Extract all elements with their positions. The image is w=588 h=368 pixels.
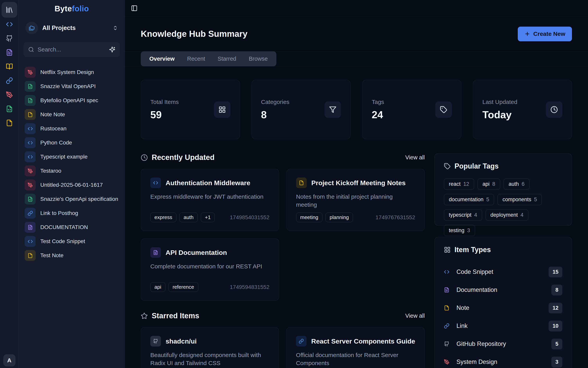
file-text-icon[interactable] xyxy=(6,49,13,56)
sidebar-item-label: Note Note xyxy=(40,111,65,118)
tag-chip[interactable]: planning xyxy=(325,212,353,222)
item-type-note[interactable]: Note 12 xyxy=(444,299,562,317)
tag-chip[interactable]: meeting xyxy=(296,212,322,222)
code-icon xyxy=(444,269,450,275)
plus-icon xyxy=(524,31,530,37)
item-type-documentation[interactable]: Documentation 8 xyxy=(444,281,562,299)
sidebar-item-label: Rustocean xyxy=(40,126,66,132)
card-title: Project Kickoff Meeting Notes xyxy=(312,179,406,187)
create-new-button[interactable]: Create New xyxy=(518,27,572,41)
sparkles-icon[interactable] xyxy=(109,46,115,53)
card-api-documentation[interactable]: API Documentation Complete documentation… xyxy=(141,239,279,301)
star-icon xyxy=(141,313,148,320)
tag-chip-more[interactable]: +1 xyxy=(201,212,215,222)
sidebar-item-testaroo[interactable]: Testaroo xyxy=(24,166,120,176)
tag-label: auth xyxy=(508,181,519,187)
stat-card-tags: Tags 24 xyxy=(362,80,461,139)
item-type-label: GitHub Repository xyxy=(457,340,506,348)
tag-chip[interactable]: express xyxy=(150,212,176,222)
item-type-code-snippet[interactable]: Code Snippet 15 xyxy=(444,263,562,281)
layout-grid-icon xyxy=(444,247,450,253)
sidebar-item-label: Test Note xyxy=(40,252,64,258)
tab-overview[interactable]: Overview xyxy=(143,51,181,66)
card-title: Authentication Middleware xyxy=(165,179,250,187)
book-open-icon[interactable] xyxy=(6,63,13,70)
card-project-kickoff-meeting-notes[interactable]: Project Kickoff Meeting Notes Notes from… xyxy=(286,169,425,231)
tab-strip: Overview Recent Starred Browse xyxy=(125,51,588,66)
file-code-icon xyxy=(25,193,36,204)
sidebar-item-label: Testaroo xyxy=(40,168,61,174)
card-shadcn-ui[interactable]: shadcn/ui Beautifully designed component… xyxy=(141,327,279,368)
item-type-count-badge: 8 xyxy=(551,285,562,295)
file-text-icon xyxy=(150,247,161,258)
code-icon[interactable] xyxy=(6,21,13,28)
popular-tag-react[interactable]: react12 xyxy=(444,178,474,190)
sidebar-item-snazzie-vital-openapi[interactable]: Snazzie Vital OpenAPI xyxy=(24,81,120,92)
sidebar-item-documentation[interactable]: DOCUMENTATION xyxy=(24,222,120,233)
github-icon xyxy=(444,341,450,347)
starred-view-all-link[interactable]: View all xyxy=(405,313,425,319)
sidebar-item-netflix-system-design[interactable]: Netflix System Design xyxy=(24,67,120,78)
recently-view-all-link[interactable]: View all xyxy=(405,154,425,161)
sidebar-item-rustocean[interactable]: Rustocean xyxy=(24,123,120,134)
popular-tag-deployment[interactable]: deployment4 xyxy=(486,210,529,221)
sidebar-item-typescript-example[interactable]: Typescript example xyxy=(24,151,120,162)
popular-tag-documentation[interactable]: documentation5 xyxy=(444,194,494,205)
link-icon[interactable] xyxy=(6,77,13,84)
sidebar-item-label: Python Code xyxy=(40,139,72,146)
sidebar-item-untitled[interactable]: Untitled-2025-06-01-1617 xyxy=(24,180,120,191)
stat-label: Last Updated xyxy=(483,99,517,105)
sidebar-item-snazzies-openapi-specification[interactable]: Snazzie’s OpenApi specification xyxy=(24,193,120,204)
tag-label: deployment xyxy=(490,212,518,218)
clock-icon xyxy=(141,154,148,161)
tag-chip[interactable]: reference xyxy=(168,282,198,292)
sidebar-item-link-to-posthog[interactable]: Link to Posthog xyxy=(24,208,120,219)
tab-recent[interactable]: Recent xyxy=(181,51,211,66)
file-code-icon[interactable] xyxy=(6,105,13,112)
item-type-system-design[interactable]: System Design 3 xyxy=(444,353,562,368)
sidebar-item-bytefolio-openapi-spec[interactable]: Bytefolio OpenAPI spec xyxy=(24,95,120,106)
search-input[interactable] xyxy=(37,46,105,53)
tab-starred[interactable]: Starred xyxy=(211,51,242,66)
filter-icon xyxy=(324,101,341,118)
tag-count: 5 xyxy=(534,196,537,202)
sidebar-item-label: Untitled-2025-06-01-1617 xyxy=(40,182,103,188)
link-icon xyxy=(296,336,306,347)
github-icon[interactable] xyxy=(6,35,13,42)
tag-label: typescript xyxy=(449,212,471,218)
folders-icon xyxy=(26,22,38,34)
item-type-link[interactable]: Link 10 xyxy=(444,317,562,335)
item-type-github-repository[interactable]: GitHub Repository 5 xyxy=(444,335,562,353)
panel-left-toggle-icon[interactable] xyxy=(131,5,138,11)
pen-tool-icon[interactable] xyxy=(6,91,13,98)
popular-tag-typescript[interactable]: typescript4 xyxy=(444,210,482,221)
tag-chip[interactable]: api xyxy=(150,282,165,292)
tab-browse[interactable]: Browse xyxy=(242,51,274,66)
library-icon[interactable] xyxy=(1,2,17,18)
tag-chip[interactable]: auth xyxy=(180,212,198,222)
item-types-panel: Item Types Code Snippet 15 Documentation… xyxy=(434,237,572,368)
file-icon[interactable] xyxy=(6,120,13,127)
stat-value: Today xyxy=(483,109,517,120)
popular-tag-testing[interactable]: testing3 xyxy=(444,225,475,236)
sidebar-item-python-code[interactable]: Python Code xyxy=(24,137,120,148)
popular-tag-api[interactable]: api8 xyxy=(478,178,500,190)
tag-label: react xyxy=(449,181,460,187)
project-selector[interactable]: All Projects xyxy=(24,22,120,34)
stat-card-last-updated: Last Updated Today xyxy=(473,80,572,139)
card-react-server-components-guide[interactable]: React Server Components Guide Official d… xyxy=(286,327,425,368)
card-authentication-middleware[interactable]: Authentication Middleware Express middle… xyxy=(141,169,279,231)
sidebar-item-note-note[interactable]: Note Note xyxy=(24,109,120,120)
app-logo: Bytefolio xyxy=(24,4,120,13)
sidebar-item-test-code-snippet[interactable]: Test Code Snippet xyxy=(24,236,120,247)
popular-tag-components[interactable]: components5 xyxy=(497,194,542,205)
sidebar-item-label: Link to Posthog xyxy=(40,210,78,216)
popular-tag-auth[interactable]: auth6 xyxy=(504,178,530,190)
card-timestamp: 1749767631552 xyxy=(376,214,415,221)
sidebar-item-test-note[interactable]: Test Note xyxy=(24,250,120,261)
tag-icon xyxy=(435,101,452,118)
link-icon xyxy=(25,208,36,219)
avatar[interactable]: A xyxy=(3,354,16,367)
item-type-label: Link xyxy=(457,322,468,330)
search-box xyxy=(24,42,120,57)
